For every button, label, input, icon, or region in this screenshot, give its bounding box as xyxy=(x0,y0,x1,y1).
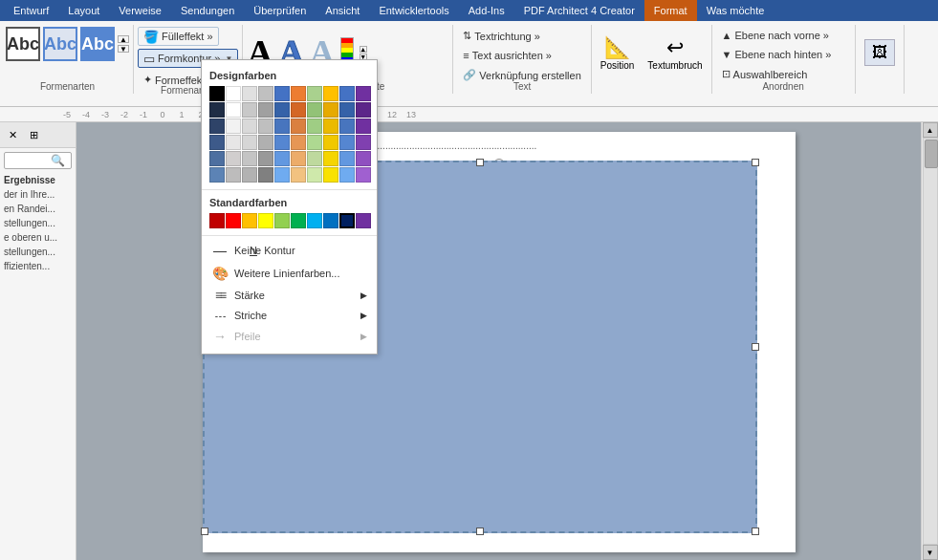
standard-color-cell[interactable] xyxy=(339,213,355,228)
design-color-cell[interactable] xyxy=(274,102,290,118)
text-ausrichten-button[interactable]: ≡ Text ausrichten » xyxy=(457,47,557,64)
handle-br[interactable] xyxy=(752,528,759,535)
design-color-cell[interactable] xyxy=(291,151,306,166)
picture-button[interactable]: 🖼 xyxy=(860,27,900,78)
standard-color-cell[interactable] xyxy=(242,213,257,228)
design-color-cell[interactable] xyxy=(226,167,241,183)
textumbruch-button[interactable]: ↩ Textumbruch xyxy=(643,27,707,78)
tab-add-ins[interactable]: Add-Ins xyxy=(459,0,514,21)
shape-sample-1[interactable]: Abc xyxy=(6,27,40,61)
handle-tr[interactable] xyxy=(752,159,759,166)
design-color-cell[interactable] xyxy=(291,135,306,150)
design-color-cell[interactable] xyxy=(339,135,355,150)
sidebar-item-5[interactable]: ffizienten... xyxy=(0,259,76,273)
design-color-cell[interactable] xyxy=(291,167,306,183)
handle-bl[interactable] xyxy=(201,528,208,535)
design-color-cell[interactable] xyxy=(274,118,290,134)
design-color-cell[interactable] xyxy=(226,151,241,166)
design-color-cell[interactable] xyxy=(323,135,338,150)
design-color-cell[interactable] xyxy=(291,102,306,118)
tab-format[interactable]: Format xyxy=(644,0,697,21)
tab-entwicklertools[interactable]: Entwicklertools xyxy=(369,0,458,21)
design-color-cell[interactable] xyxy=(339,102,355,118)
fuelleffekt-button[interactable]: 🪣 Fülleffekt » xyxy=(138,27,219,46)
tab-sendungen[interactable]: Sendungen xyxy=(171,0,244,21)
pfeile-item[interactable]: → Pfeile ▶ xyxy=(202,325,377,348)
design-color-cell[interactable] xyxy=(307,151,322,166)
handle-bm[interactable] xyxy=(476,528,484,535)
design-color-cell[interactable] xyxy=(307,118,322,134)
handle-tm[interactable] xyxy=(476,159,484,166)
tab-pdf[interactable]: PDF Architect 4 Creator xyxy=(514,0,644,21)
design-color-cell[interactable] xyxy=(356,102,371,118)
design-color-cell[interactable] xyxy=(258,118,273,134)
standard-color-cell[interactable] xyxy=(291,213,306,228)
standard-color-cell[interactable] xyxy=(226,213,241,228)
tab-layout[interactable]: Layout xyxy=(58,0,109,21)
tab-entwurf[interactable]: Entwurf xyxy=(4,0,58,21)
design-color-cell[interactable] xyxy=(242,86,257,101)
design-color-cell[interactable] xyxy=(226,118,241,134)
sidebar-item-4[interactable]: stellungen... xyxy=(0,245,76,259)
tab-verweise[interactable]: Verweise xyxy=(109,0,171,21)
design-color-cell[interactable] xyxy=(209,167,225,183)
design-color-cell[interactable] xyxy=(323,151,338,166)
sidebar-item-3[interactable]: e oberen u... xyxy=(0,230,76,245)
design-color-cell[interactable] xyxy=(307,167,322,183)
design-color-cell[interactable] xyxy=(323,167,338,183)
design-color-cell[interactable] xyxy=(356,86,371,101)
sidebar-item-2[interactable]: stellungen... xyxy=(0,216,76,230)
ebene-vorne-button[interactable]: ▲ Ebene nach vorne » xyxy=(716,27,835,44)
tab-ansicht[interactable]: Ansicht xyxy=(316,0,369,21)
design-color-cell[interactable] xyxy=(339,167,355,183)
design-color-cell[interactable] xyxy=(242,102,257,118)
search-input[interactable] xyxy=(8,156,51,166)
design-color-cell[interactable] xyxy=(307,102,322,118)
scroll-thumb[interactable] xyxy=(925,140,938,168)
design-color-cell[interactable] xyxy=(339,151,355,166)
design-color-cell[interactable] xyxy=(356,118,371,134)
shape-sample-2[interactable]: Abc xyxy=(43,27,77,61)
design-color-cell[interactable] xyxy=(307,135,322,150)
design-color-cell[interactable] xyxy=(356,167,371,183)
design-color-cell[interactable] xyxy=(274,167,290,183)
standard-color-cell[interactable] xyxy=(258,213,273,228)
standard-color-cell[interactable] xyxy=(209,213,225,228)
tab-was[interactable]: Was möchte xyxy=(697,0,774,21)
design-color-cell[interactable] xyxy=(242,135,257,150)
design-color-cell[interactable] xyxy=(242,167,257,183)
design-color-cell[interactable] xyxy=(291,118,306,134)
design-color-cell[interactable] xyxy=(258,167,273,183)
design-color-cell[interactable] xyxy=(323,102,338,118)
search-icon[interactable]: 🔍 xyxy=(51,154,65,167)
scroll-down-shapes[interactable]: ▼ xyxy=(118,45,129,53)
ebene-hinten-button[interactable]: ▼ Ebene nach hinten » xyxy=(716,46,838,63)
scroll-up-shapes[interactable]: ▲ xyxy=(118,35,129,43)
design-color-cell[interactable] xyxy=(291,86,306,101)
design-color-cell[interactable] xyxy=(209,86,225,101)
design-color-cell[interactable] xyxy=(209,151,225,166)
design-color-cell[interactable] xyxy=(258,102,273,118)
sidebar-detach-btn[interactable]: ⊞ xyxy=(24,125,43,144)
striche-item[interactable]: - - - Striche ▶ xyxy=(202,306,377,325)
starke-item[interactable]: ≡≡ Stärke ▶ xyxy=(202,285,377,306)
textrichtung-button[interactable]: ⇅ Textrichtung » xyxy=(457,27,545,45)
sidebar-close-btn[interactable]: ✕ xyxy=(3,125,22,144)
design-color-cell[interactable] xyxy=(274,151,290,166)
design-color-cell[interactable] xyxy=(356,151,371,166)
design-color-cell[interactable] xyxy=(209,135,225,150)
design-color-cell[interactable] xyxy=(339,118,355,134)
design-color-cell[interactable] xyxy=(209,102,225,118)
design-color-cell[interactable] xyxy=(258,151,273,166)
design-color-cell[interactable] xyxy=(307,86,322,101)
sidebar-item-1[interactable]: en Randei... xyxy=(0,202,76,216)
design-color-cell[interactable] xyxy=(226,102,241,118)
standard-color-cell[interactable] xyxy=(274,213,290,228)
design-color-cell[interactable] xyxy=(258,86,273,101)
standard-color-cell[interactable] xyxy=(323,213,338,228)
design-color-cell[interactable] xyxy=(258,135,273,150)
sidebar-item-0[interactable]: der in Ihre... xyxy=(0,187,76,202)
handle-mr[interactable] xyxy=(752,343,759,351)
design-color-cell[interactable] xyxy=(209,118,225,134)
standard-color-cell[interactable] xyxy=(307,213,322,228)
